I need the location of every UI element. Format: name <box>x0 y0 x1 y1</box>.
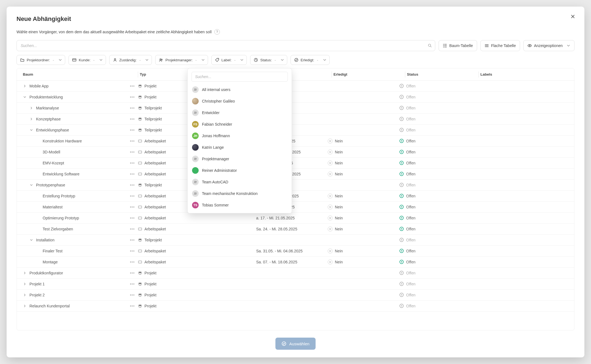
filter-label[interactable]: Label: - <box>211 55 247 65</box>
pm-option[interactable]: Entwickler <box>188 107 292 118</box>
table-row[interactable]: Erstellung Prototyp•••Arbeitspaketi. 23.… <box>17 191 574 202</box>
filter-assignee[interactable]: Zuständig: - <box>109 55 152 65</box>
row-menu-button[interactable]: ••• <box>130 161 135 165</box>
subproject-icon <box>138 128 142 132</box>
filter-customer[interactable]: Kunde: - <box>69 55 106 65</box>
table-row[interactable]: Marktanalyse•••TeilprojektOffen <box>17 103 574 114</box>
row-name: Finaler Test <box>43 249 62 253</box>
table-row[interactable]: Projekt 2•••ProjektOffen <box>17 289 574 300</box>
row-menu-button[interactable]: ••• <box>130 106 135 110</box>
pm-option[interactable]: All internal users <box>188 84 292 95</box>
caret-down-icon[interactable] <box>29 183 33 187</box>
row-menu-button[interactable]: ••• <box>130 95 135 99</box>
close-button[interactable] <box>568 12 577 21</box>
table-row[interactable]: Projekt 1•••ProjektOffen <box>17 278 574 289</box>
select-button-label: Auswählen <box>289 341 309 346</box>
pm-option[interactable]: FSFabian Schneider <box>188 118 292 130</box>
pm-option[interactable]: Team mechanische Konstruktion <box>188 188 292 199</box>
table-row[interactable]: Relaunch Kundenportal•••ProjektOffen <box>17 300 574 311</box>
filter-pm[interactable]: Projektmanager: - <box>155 55 208 65</box>
table-row[interactable]: Test Zielvorgaben•••ArbeitspaketSa. 24. … <box>17 224 574 235</box>
row-status-label: Offen <box>406 304 415 308</box>
row-menu-button[interactable]: ••• <box>130 216 135 220</box>
row-menu-button[interactable]: ••• <box>130 139 135 143</box>
row-type-label: Arbeitspaket <box>144 216 166 220</box>
row-name: Optimierung Prototyp <box>43 216 79 220</box>
caret-right-icon[interactable] <box>23 282 27 286</box>
table-row[interactable]: Finaler Test•••ArbeitspaketSa. 31.05. - … <box>17 246 574 257</box>
workpackage-icon <box>138 161 142 165</box>
pm-option[interactable]: Reiner Administrator <box>188 165 292 176</box>
row-menu-button[interactable]: ••• <box>130 128 135 132</box>
pm-dropdown[interactable]: All internal usersChristopher GalileoEnt… <box>187 68 292 213</box>
users-icon <box>159 58 163 62</box>
row-menu-button[interactable]: ••• <box>130 117 135 121</box>
table-row[interactable]: Entwicklung Software•••Arbeitspaketo. 31… <box>17 169 574 180</box>
table-row[interactable]: Produktkonfigurator•••ProjektOffen <box>17 268 574 278</box>
row-name: 3D-Modell <box>43 150 60 154</box>
pm-option[interactable]: JHJonas Hoffmann <box>188 130 292 142</box>
row-menu-button[interactable]: ••• <box>130 271 135 275</box>
table-row[interactable]: 3D-Modell•••Arbeitspaketo. 31.03. - Sa. … <box>17 147 574 158</box>
view-flat-label: Flache Tabelle <box>491 43 516 48</box>
row-menu-button[interactable]: ••• <box>130 205 135 209</box>
view-flat-button[interactable]: Flache Tabelle <box>480 40 520 51</box>
table-row[interactable]: Optimierung Prototyp•••Arbeitspaketa. 17… <box>17 213 574 224</box>
row-menu-button[interactable]: ••• <box>130 84 135 88</box>
pm-option[interactable]: TSTobias Sommer <box>188 199 292 211</box>
caret-right-icon[interactable] <box>23 271 27 275</box>
view-tree-button[interactable]: Baum-Tabelle <box>439 40 477 51</box>
caret-right-icon[interactable] <box>23 304 27 308</box>
row-menu-button[interactable]: ••• <box>130 304 135 308</box>
search-input[interactable] <box>17 40 435 51</box>
pm-option[interactable]: Christopher Galileo <box>188 95 292 107</box>
pm-option-label: Katrin Lange <box>202 145 224 150</box>
row-menu-button[interactable]: ••• <box>130 249 135 253</box>
pm-option[interactable]: Katrin Lange <box>188 142 292 153</box>
row-menu-button[interactable]: ••• <box>130 238 135 242</box>
table-row[interactable]: Prototypenphase•••TeilprojektOffen <box>17 180 574 191</box>
row-menu-button[interactable]: ••• <box>130 227 135 231</box>
table-row[interactable]: Mobile App•••ProjektOffen <box>17 81 574 92</box>
pm-dropdown-search[interactable] <box>191 72 288 82</box>
table-row[interactable]: Montage•••ArbeitspaketSa. 07. - Mi. 18.0… <box>17 257 574 268</box>
row-menu-button[interactable]: ••• <box>130 150 135 154</box>
caret-down-icon[interactable] <box>29 128 33 132</box>
caret-right-icon[interactable] <box>23 293 27 297</box>
row-status-label: Offen <box>406 260 415 264</box>
row-type-label: Arbeitspaket <box>144 249 166 253</box>
table-row[interactable]: Produktentwicklung•••ProjektOffen <box>17 92 574 103</box>
row-menu-button[interactable]: ••• <box>130 293 135 297</box>
row-type-label: Arbeitspaket <box>144 172 166 176</box>
table-row[interactable]: Materialtest•••Arbeitspaketa. 10. - Mi. … <box>17 202 574 213</box>
status-open-icon <box>399 205 404 209</box>
table-row[interactable]: EMV-Kozept•••Arbeitspaketi. 02. - Di. 08… <box>17 158 574 169</box>
filter-done[interactable]: Erledigt: - <box>291 55 330 65</box>
row-menu-button[interactable]: ••• <box>130 282 135 286</box>
caret-right-icon[interactable] <box>29 117 33 121</box>
row-menu-button[interactable]: ••• <box>130 260 135 264</box>
filter-status[interactable]: Status: - <box>250 55 287 65</box>
row-menu-button[interactable]: ••• <box>130 194 135 198</box>
caret-down-icon[interactable] <box>23 95 27 99</box>
row-menu-button[interactable]: ••• <box>130 172 135 176</box>
help-icon[interactable]: ? <box>214 29 220 35</box>
table-row[interactable]: Konzeptphase•••TeilprojektOffen <box>17 114 574 125</box>
table-row[interactable]: Entwicklungsphase•••TeilprojektOffen <box>17 125 574 136</box>
filter-folder[interactable]: Projektordner: - <box>17 55 65 65</box>
display-options-button[interactable]: Anzeigeoptionen <box>523 40 574 51</box>
row-type-label: Projekt <box>144 95 157 99</box>
status-open-icon <box>399 172 404 176</box>
caret-right-icon[interactable] <box>23 84 27 88</box>
status-open-icon <box>399 271 404 275</box>
workpackage-icon <box>138 227 142 231</box>
select-button[interactable]: Auswählen <box>275 338 315 350</box>
row-menu-button[interactable]: ••• <box>130 183 135 187</box>
caret-right-icon[interactable] <box>29 106 33 110</box>
row-status-label: Offen <box>406 172 415 176</box>
pm-option[interactable]: Projektmanager <box>188 153 292 165</box>
table-row[interactable]: Konstruktion Hardware•••Arbeitspaketo. 1… <box>17 136 574 147</box>
caret-down-icon[interactable] <box>29 238 33 242</box>
pm-option[interactable]: Team AutoCAD <box>188 176 292 188</box>
table-row[interactable]: Installation•••TeilprojektOffen <box>17 235 574 246</box>
